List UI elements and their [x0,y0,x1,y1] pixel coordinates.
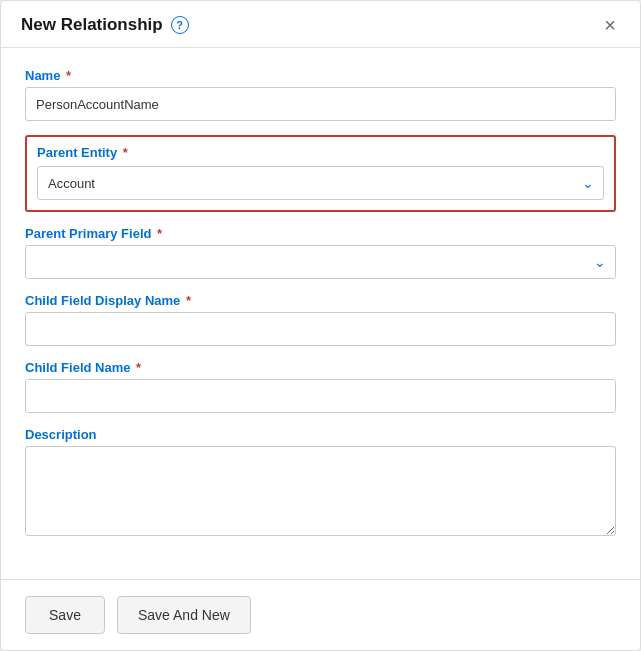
parent-entity-select[interactable]: Account [37,166,604,200]
parent-primary-field-group: Parent Primary Field * ⌄ [25,226,616,279]
parent-entity-label: Parent Entity * [37,145,604,160]
child-field-display-name-label: Child Field Display Name * [25,293,616,308]
child-field-display-name-group: Child Field Display Name * [25,293,616,346]
parent-entity-required-star: * [119,145,128,160]
parent-entity-select-wrapper: Account ⌄ [37,166,604,200]
child-field-name-input[interactable] [25,379,616,413]
description-label: Description [25,427,616,442]
dialog-title: New Relationship [21,15,163,35]
name-field-group: Name * [25,68,616,121]
new-relationship-dialog: New Relationship ? × Name * Parent Entit… [0,0,641,651]
description-textarea[interactable] [25,446,616,536]
description-group: Description [25,427,616,540]
save-button[interactable]: Save [25,596,105,634]
dialog-footer: Save Save And New [1,579,640,650]
body-spacer [25,554,616,569]
child-field-name-group: Child Field Name * [25,360,616,413]
name-input[interactable] [25,87,616,121]
dialog-header: New Relationship ? × [1,1,640,48]
help-icon[interactable]: ? [171,16,189,34]
child-field-display-name-input[interactable] [25,312,616,346]
save-and-new-button[interactable]: Save And New [117,596,251,634]
name-required-star: * [62,68,71,83]
parent-primary-field-label: Parent Primary Field * [25,226,616,241]
child-name-required-star: * [132,360,141,375]
dialog-title-area: New Relationship ? [21,15,189,35]
parent-primary-required-star: * [153,226,162,241]
child-display-required-star: * [182,293,191,308]
close-button[interactable]: × [600,15,620,35]
name-label: Name * [25,68,616,83]
parent-primary-field-select[interactable] [25,245,616,279]
child-field-name-label: Child Field Name * [25,360,616,375]
parent-primary-field-select-wrapper: ⌄ [25,245,616,279]
parent-entity-group: Parent Entity * Account ⌄ [25,135,616,212]
dialog-body: Name * Parent Entity * Account ⌄ Parent … [1,48,640,579]
